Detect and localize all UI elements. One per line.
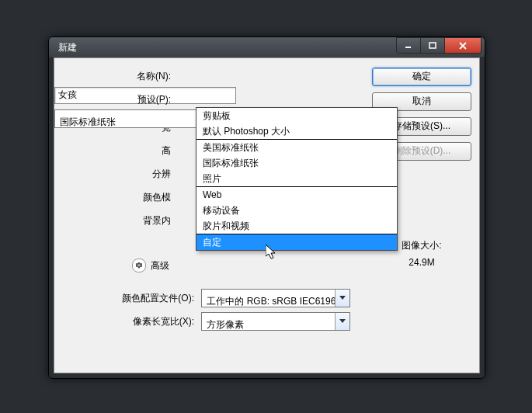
preset-option[interactable]: 移动设备 xyxy=(196,203,397,218)
preset-option[interactable]: 剪贴板 xyxy=(196,108,397,123)
color-profile-combo[interactable]: 工作中的 RGB: sRGB IEC6196... xyxy=(201,289,350,307)
svg-rect-1 xyxy=(429,43,436,48)
color-profile-value: 工作中的 RGB: sRGB IEC6196... xyxy=(202,290,349,307)
image-size-value: 24.9M xyxy=(372,254,471,271)
name-label: 名称(N): xyxy=(54,67,176,85)
color-mode-label-partial: 颜色模 xyxy=(54,188,176,206)
preset-dropdown: 剪贴板 默认 Photoshop 大小 美国标准纸张 国际标准纸张 照片 Web… xyxy=(196,107,398,251)
minimize-button[interactable] xyxy=(396,37,421,54)
preset-option[interactable]: 照片 xyxy=(196,171,397,186)
ok-button[interactable]: 确定 xyxy=(372,68,471,86)
chevron-collapse-icon xyxy=(132,259,146,272)
preset-option[interactable]: 国际标准纸张 xyxy=(196,155,397,171)
resolution-label-partial: 分辨 xyxy=(54,165,176,183)
advanced-toggle[interactable]: 高级 xyxy=(132,259,169,272)
dialog-body: 名称(N): 预设(P): 国际标准纸张 宽 高 分辨 颜色模 背景内 xyxy=(54,57,480,373)
color-profile-label: 颜色配置文件(O): xyxy=(54,289,199,307)
window-controls xyxy=(397,37,482,53)
pixel-aspect-value: 方形像素 xyxy=(202,313,349,330)
advanced-label: 高级 xyxy=(151,259,169,272)
preset-option[interactable]: 美国标准纸张 xyxy=(196,140,397,155)
new-document-dialog: 新建 名称(N): 预设(P): 国际标准纸张 xyxy=(48,36,485,379)
chevron-down-icon xyxy=(335,290,349,307)
pixel-aspect-label: 像素长宽比(X): xyxy=(54,312,199,331)
maximize-button[interactable] xyxy=(420,37,445,54)
preset-label: 预设(P): xyxy=(54,90,176,109)
preset-option[interactable]: 默认 Photoshop 大小 xyxy=(196,123,397,139)
preset-option-selected[interactable]: 自定 xyxy=(196,234,397,250)
pixel-aspect-combo[interactable]: 方形像素 xyxy=(201,312,350,331)
background-label-partial: 背景内 xyxy=(54,211,176,230)
close-button[interactable] xyxy=(444,37,482,54)
height-label-partial: 高 xyxy=(54,141,176,160)
preset-option[interactable]: Web xyxy=(196,187,397,203)
window-title: 新建 xyxy=(49,42,77,53)
preset-option[interactable]: 胶片和视频 xyxy=(196,218,397,234)
titlebar[interactable]: 新建 xyxy=(49,37,485,58)
chevron-down-icon xyxy=(335,313,349,330)
